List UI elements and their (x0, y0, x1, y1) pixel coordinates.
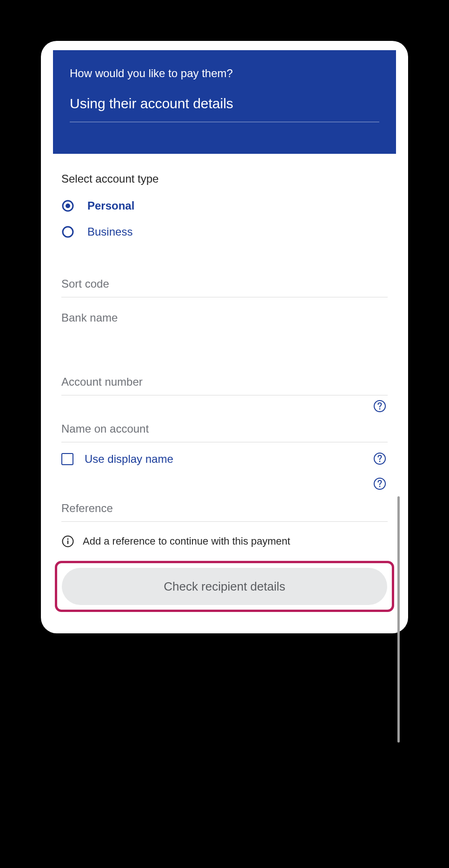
reference-input[interactable] (61, 496, 388, 521)
use-display-name-row[interactable]: Use display name (61, 442, 388, 468)
reference-info-text: Add a reference to continue with this pa… (83, 535, 290, 547)
payment-method-select[interactable]: Using their account details (70, 96, 379, 122)
svg-rect-11 (67, 540, 68, 544)
radio-personal[interactable]: Personal (61, 199, 388, 212)
question-circle-icon (373, 399, 387, 413)
bank-name-input[interactable] (61, 306, 388, 331)
sort-code-input[interactable] (61, 272, 388, 297)
account-type-label: Select account type (61, 172, 388, 185)
account-number-input[interactable] (61, 370, 388, 395)
svg-point-2 (63, 227, 73, 237)
name-on-account-help-button[interactable] (373, 399, 387, 413)
name-on-account-field (61, 417, 388, 442)
reference-field (61, 496, 388, 522)
svg-point-1 (66, 204, 70, 208)
radio-unselected-icon (61, 225, 74, 238)
payment-method-value: Using their account details (70, 96, 379, 122)
reference-help-button[interactable] (373, 477, 387, 491)
fields-group: Use display name (61, 272, 388, 548)
name-help-row (61, 395, 388, 417)
question-circle-icon (373, 477, 387, 491)
radio-business[interactable]: Business (61, 225, 388, 238)
svg-point-10 (67, 539, 69, 540)
divider (70, 122, 379, 122)
radio-selected-icon (61, 199, 74, 212)
sort-code-field (61, 272, 388, 297)
name-on-account-input[interactable] (61, 417, 388, 442)
header-panel: How would you like to pay them? Using th… (53, 50, 396, 154)
reference-help-row (61, 468, 388, 496)
cta-highlight: Check recipient details (55, 561, 394, 612)
use-display-name-help-button[interactable] (373, 452, 387, 466)
svg-point-8 (379, 486, 381, 487)
radio-personal-label: Personal (87, 199, 134, 212)
use-display-name-label: Use display name (85, 453, 173, 466)
form-content: Select account type Personal Business (41, 154, 408, 548)
account-number-field (61, 370, 388, 395)
bank-name-field (61, 306, 388, 331)
info-circle-icon (61, 535, 74, 548)
svg-point-6 (379, 461, 381, 462)
radio-business-label: Business (87, 225, 132, 238)
reference-info-row: Add a reference to continue with this pa… (61, 535, 388, 548)
scrollbar[interactable] (397, 496, 400, 743)
svg-point-4 (379, 408, 381, 410)
question-circle-icon (373, 452, 387, 466)
payment-form-screen: How would you like to pay them? Using th… (41, 41, 408, 633)
use-display-name-checkbox[interactable] (61, 453, 73, 465)
check-recipient-details-button[interactable]: Check recipient details (62, 568, 387, 605)
header-question: How would you like to pay them? (70, 67, 379, 80)
